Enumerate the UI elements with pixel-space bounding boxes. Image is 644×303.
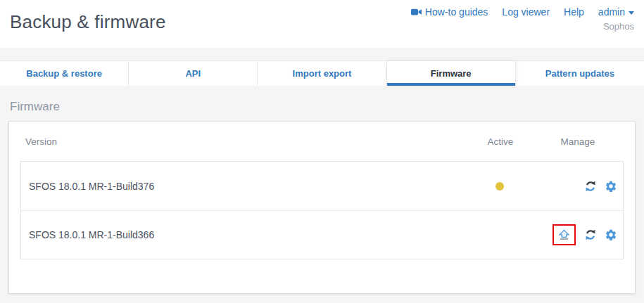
gear-icon[interactable] xyxy=(605,228,617,241)
tab-pattern-updates[interactable]: Pattern updates xyxy=(516,61,644,86)
chevron-down-icon xyxy=(629,11,634,15)
howto-guides-link[interactable]: How-to guides xyxy=(411,6,488,18)
help-link[interactable]: Help xyxy=(564,6,584,18)
column-header-manage: Manage xyxy=(532,136,624,147)
column-header-active: Active xyxy=(469,136,532,147)
gear-icon[interactable] xyxy=(605,180,617,193)
boot-firmware-icon[interactable] xyxy=(584,228,597,241)
upload-firmware-icon[interactable] xyxy=(558,229,570,241)
log-viewer-link[interactable]: Log viewer xyxy=(502,6,550,18)
annotation-highlight-box xyxy=(553,224,576,245)
table-row: SFOS 18.0.1 MR-1-Build376 xyxy=(21,162,623,210)
page-header: Backup & firmware How-to guides Log view… xyxy=(0,0,644,48)
tab-backup-restore[interactable]: Backup & restore xyxy=(0,61,129,86)
table-column-headers: Version Active Manage xyxy=(20,122,624,161)
tab-import-export[interactable]: Import export xyxy=(258,61,386,86)
howto-guides-label: How-to guides xyxy=(425,6,488,18)
firmware-table: SFOS 18.0.1 MR-1-Build376 xyxy=(20,161,624,259)
account-name: Sophos xyxy=(411,21,634,32)
section-title: Firmware xyxy=(10,100,644,114)
tab-api[interactable]: API xyxy=(129,61,258,86)
user-menu[interactable]: admin xyxy=(598,6,634,18)
boot-firmware-icon[interactable] xyxy=(584,180,597,193)
user-menu-label: admin xyxy=(598,6,625,18)
tab-bar: Backup & restore API Import export Firmw… xyxy=(0,60,644,86)
active-cell xyxy=(468,182,531,191)
video-camera-icon xyxy=(411,8,422,16)
table-row: SFOS 18.0.1 MR-1-Build366 xyxy=(21,210,623,259)
top-navigation: How-to guides Log viewer Help admin Soph… xyxy=(411,6,634,32)
active-status-dot xyxy=(495,182,504,191)
firmware-version-label: SFOS 18.0.1 MR-1-Build366 xyxy=(21,229,468,240)
tab-firmware[interactable]: Firmware xyxy=(387,61,516,86)
column-header-version: Version xyxy=(20,136,469,147)
firmware-version-label: SFOS 18.0.1 MR-1-Build376 xyxy=(21,181,468,192)
firmware-panel: Version Active Manage SFOS 18.0.1 MR-1-B… xyxy=(8,121,636,294)
manage-cell xyxy=(531,224,623,245)
manage-cell xyxy=(531,180,623,193)
